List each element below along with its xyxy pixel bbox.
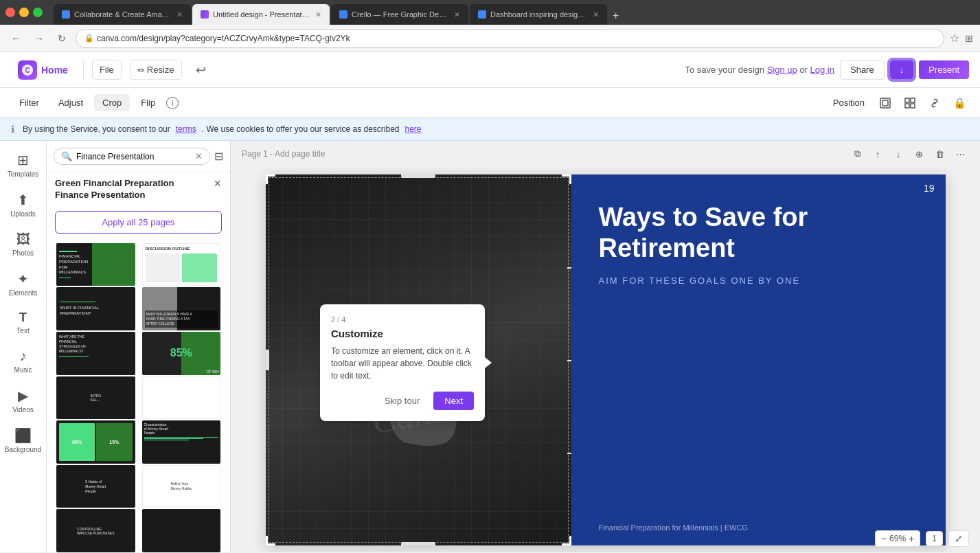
adjust-button[interactable]: Adjust	[50, 94, 91, 111]
crop-corner-tr[interactable]	[562, 174, 571, 184]
tab-close-icon[interactable]: ✕	[176, 10, 183, 19]
sidebar-item-text[interactable]: T Text	[3, 305, 44, 340]
svg-text:C: C	[25, 67, 30, 74]
terms-link[interactable]: terms	[176, 124, 196, 134]
move-up-icon[interactable]: ↑	[869, 145, 887, 163]
template-thumb-6[interactable]: 85% OF 99%	[141, 330, 223, 376]
download-button[interactable]: ↓	[890, 60, 914, 79]
app-header: C Home File ⇔ Resize ↩ To save your desi…	[0, 52, 980, 88]
template-thumb-13[interactable]: CONTROLLINGIMPULSE PURCHASES	[55, 508, 137, 552]
copy-page-icon[interactable]: ⊕	[910, 145, 928, 163]
grid-icon[interactable]	[900, 93, 920, 113]
window-close-btn[interactable]	[5, 8, 15, 17]
refresh-button[interactable]: ↻	[54, 30, 70, 47]
crop-handle-bottom[interactable]	[401, 542, 435, 545]
link-icon[interactable]	[925, 93, 944, 113]
zoom-in-button[interactable]: +	[909, 533, 914, 544]
skip-tour-button[interactable]: Skip tour	[378, 392, 426, 410]
lock-icon[interactable]: 🔒	[950, 93, 969, 113]
sidebar-item-background[interactable]: ⬛ Background	[3, 422, 44, 459]
crop-corner-br[interactable]	[562, 536, 571, 545]
sign-up-link[interactable]: Sign up	[767, 65, 797, 75]
zoom-out-button[interactable]: −	[881, 533, 887, 544]
browser-chrome: Collaborate & Create Amazing C... ✕ Unti…	[0, 0, 980, 25]
template-thumb-4[interactable]: MANY MILLENNIALS HAVE AHARD TIME FINDING…	[141, 286, 223, 332]
tooltip-arrow	[485, 357, 492, 368]
tab-close-dashboard-icon[interactable]: ✕	[593, 10, 599, 19]
window-min-btn[interactable]	[19, 8, 29, 17]
template-thumb-11[interactable]: 5 Habits ofMoney-SmartPeople	[55, 464, 137, 510]
panel-title: Green Financial Preparation Finance Pres…	[55, 178, 208, 201]
cookie-info-icon: ℹ	[11, 124, 14, 135]
log-in-link[interactable]: Log in	[810, 65, 834, 75]
tab-close-crello-icon[interactable]: ✕	[454, 10, 460, 19]
next-button[interactable]: Next	[433, 392, 474, 410]
template-thumb-1[interactable]: FINANCIALPREPARATIONFOR MILLENNIALS	[55, 242, 137, 288]
template-thumb-2[interactable]: DISCUSSION OUTLINE	[141, 242, 223, 288]
template-panel: 🔍 ✕ ⊟ Green Financial Preparation Financ…	[47, 141, 231, 552]
address-bar[interactable]: 🔒 canva.com/design/play?category=tACZCrv…	[76, 29, 944, 48]
share-button[interactable]: Share	[840, 60, 885, 80]
file-button[interactable]: File	[92, 60, 122, 80]
tooltip-popup: 2 / 4 Customize To customize an element,…	[320, 304, 485, 421]
home-button[interactable]: C Home	[11, 56, 75, 84]
filter-button[interactable]: Filter	[11, 94, 47, 111]
panel-close-icon[interactable]: ✕	[214, 178, 222, 189]
template-thumb-3[interactable]: WHAT IS FINANCIALPREPARATION?	[55, 286, 137, 332]
svg-rect-5	[911, 98, 915, 102]
resize-button[interactable]: ⇔ Resize	[130, 60, 182, 80]
apply-all-button[interactable]: Apply all 25 pages	[55, 211, 222, 234]
search-icon: 🔍	[61, 151, 72, 161]
home-label: Home	[41, 65, 68, 76]
filter-icon[interactable]: ⊟	[214, 150, 223, 163]
sidebar-item-templates[interactable]: ⊞ Templates	[3, 146, 44, 183]
move-down-icon[interactable]: ↓	[889, 145, 907, 163]
sidebar-item-uploads[interactable]: ⬆ Uploads	[3, 186, 44, 223]
delete-page-icon[interactable]: 🗑	[931, 145, 948, 163]
zoom-control[interactable]: − 69% +	[875, 530, 920, 547]
present-button[interactable]: Present	[919, 60, 969, 79]
window-max-btn[interactable]	[33, 8, 43, 17]
undo-button[interactable]: ↩	[190, 60, 212, 80]
tab-collaborate[interactable]: Collaborate & Create Amazing C... ✕	[54, 4, 191, 25]
tab-crello[interactable]: Crello — Free Graphic Design So... ✕	[331, 4, 468, 25]
info-icon[interactable]: i	[166, 97, 179, 109]
template-thumb-12[interactable]: Refine YourMoney Habits	[141, 464, 223, 510]
template-thumb-14[interactable]	[141, 508, 223, 552]
tooltip-text: To customize an element, click on it. A …	[331, 345, 474, 382]
sidebar-item-elements[interactable]: ✦ Elements	[3, 265, 44, 302]
crop-handle-left[interactable]	[266, 350, 269, 370]
flip-button[interactable]: Flip	[133, 94, 163, 111]
template-thumb-7[interactable]: INTROSAL...	[55, 375, 137, 421]
clear-search-icon[interactable]: ✕	[195, 151, 203, 161]
tab-canva[interactable]: Untitled design - Presentation (1... ✕	[192, 4, 330, 25]
extensions-icon[interactable]: ⊞	[965, 33, 973, 44]
slide-subtitle: AIM FOR THESE GOALS ONE BY ONE	[599, 275, 918, 286]
template-thumb-9[interactable]: 85% 15%	[55, 419, 137, 465]
sidebar-item-videos[interactable]: ▶ Videos	[3, 382, 44, 419]
position-button[interactable]: Position	[828, 94, 870, 111]
template-thumb-8[interactable]	[141, 375, 223, 421]
search-input-wrap[interactable]: 🔍 ✕	[54, 148, 210, 165]
more-page-icon[interactable]: ⋯	[951, 145, 969, 163]
sidebar-item-music[interactable]: ♪ Music	[3, 343, 44, 379]
bookmark-button[interactable]: ☆	[950, 32, 959, 45]
crop-handle-top[interactable]	[401, 174, 435, 178]
template-thumb-5[interactable]: WHAT ARE THEFINANCIALSTRUGGLES OFMILLENN…	[55, 330, 137, 376]
canvas-top-bar: Page 1 - Add page title ⧉ ↑ ↓ ⊕ 🗑 ⋯	[231, 141, 980, 167]
here-link[interactable]: here	[405, 124, 422, 134]
crop-corner-tl[interactable]	[266, 174, 275, 184]
tab-dashboard[interactable]: Dashboard inspiring designs - G... ✕	[470, 4, 607, 25]
new-tab-button[interactable]: +	[608, 7, 623, 25]
tab-close-active-icon[interactable]: ✕	[315, 10, 321, 19]
forward-button[interactable]: →	[30, 30, 48, 47]
crop-corner-bl[interactable]	[266, 536, 275, 545]
search-input[interactable]	[76, 152, 191, 161]
crop-button[interactable]: Crop	[94, 94, 130, 111]
fullscreen-button[interactable]: ⤢	[948, 530, 969, 547]
sidebar-item-photos[interactable]: 🖼 Photos	[3, 226, 44, 262]
frame-icon[interactable]	[876, 93, 895, 113]
duplicate-page-icon[interactable]: ⧉	[848, 145, 866, 163]
template-thumb-10[interactable]: Characteristicsof Money-SmartPeople	[141, 419, 223, 465]
back-button[interactable]: ←	[7, 30, 25, 47]
